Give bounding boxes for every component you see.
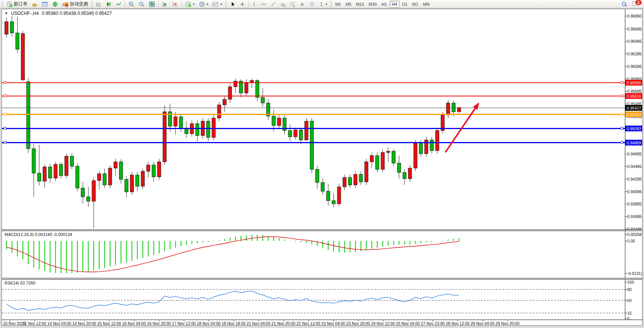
candle-down — [119, 162, 123, 179]
horizontal-line-tool-button[interactable] — [259, 0, 268, 8]
zoom-out-icon — [138, 1, 145, 7]
price-tick-label: 0.96685 — [627, 27, 642, 31]
cursor-tool-button[interactable] — [228, 0, 238, 8]
candle-down — [272, 116, 275, 126]
candle-up — [343, 178, 346, 187]
text-label-tool-button[interactable]: T — [307, 0, 317, 8]
candle-up — [223, 99, 226, 105]
notification-badge: 1 — [635, 0, 642, 5]
candle-up — [228, 87, 232, 99]
candle-up — [130, 175, 133, 192]
candle-down — [152, 165, 156, 177]
fibonacci-tool-button[interactable]: F — [288, 0, 298, 8]
rsi-tick-label: 15 — [627, 311, 632, 315]
candle-down — [321, 183, 324, 191]
rsi-pane[interactable]: RSI(14) 63.7260 1008050150 — [2, 279, 642, 320]
timeframe-h1-button[interactable]: H1 — [380, 1, 389, 7]
horizontal-line-icon — [260, 1, 267, 7]
candle-down — [359, 175, 363, 182]
candle-up — [250, 81, 254, 82]
community-chat-button[interactable]: 1 — [632, 1, 641, 8]
new-chart-button[interactable] — [40, 0, 50, 8]
tile-windows-button[interactable] — [147, 0, 157, 8]
candlestick-icon — [106, 1, 112, 7]
timeframe-d1-button[interactable]: D1 — [400, 1, 410, 7]
crosshair-tool-button[interactable] — [238, 0, 247, 8]
arrows-tool-button[interactable]: ▾ — [317, 0, 329, 8]
candle-down — [75, 166, 79, 188]
price-label-text: 0.95093 — [627, 126, 641, 131]
bar-chart-mode-button[interactable] — [94, 0, 104, 8]
channel-tool-button[interactable]: E — [278, 0, 288, 8]
price-pane[interactable]: ▼ USDCHF-,H4 0.95360 0.95438 0.95345 0.9… — [2, 9, 642, 230]
periods-button[interactable]: ▾ — [197, 0, 210, 8]
trendline-icon — [270, 1, 276, 7]
timeframe-w1-button[interactable]: W1 — [410, 1, 421, 7]
candle-up — [365, 162, 368, 182]
candle-up — [305, 121, 308, 140]
time-axis-label: 14 Nov 20:00 — [72, 321, 96, 326]
price-label-text: 0.95323 — [627, 112, 641, 117]
auto-scroll-button[interactable] — [160, 0, 170, 8]
price-tick-label: 0.96485 — [627, 39, 642, 44]
candle-down — [288, 131, 292, 137]
rsi-tick-label: 50 — [627, 298, 632, 303]
time-axis-label: 18 Nov 04:00 — [197, 321, 220, 326]
timeframe-m5-button[interactable]: M5 — [344, 1, 353, 7]
candle-up — [92, 181, 95, 201]
line-chart-mode-button[interactable] — [114, 0, 124, 8]
timeframe-h4-button[interactable]: H4 — [390, 1, 400, 8]
zoom-out-button[interactable] — [137, 0, 147, 8]
candle-down — [37, 173, 41, 181]
auto-trading-button[interactable]: 自动交易 — [60, 0, 90, 8]
timeframe-m30-button[interactable]: M30 — [367, 1, 379, 7]
zoom-in-button[interactable] — [126, 0, 137, 8]
price-chart-canvas[interactable]: 0.968900.966850.964850.962850.960850.958… — [2, 9, 642, 229]
price-label-text: 0.95427 — [627, 106, 641, 110]
chart-shift-icon — [172, 1, 178, 7]
chevron-down-icon: ▾ — [207, 2, 209, 6]
collapse-triangle-icon[interactable]: ▼ — [5, 11, 8, 15]
profiles-button[interactable] — [29, 0, 40, 8]
new-order-button[interactable]: 新订单 — [5, 0, 29, 8]
search-button[interactable] — [619, 0, 630, 8]
candle-up — [108, 168, 112, 185]
svg-text:A: A — [301, 2, 304, 6]
timeframe-m1-button[interactable]: M1 — [333, 1, 343, 7]
macd-tick-label: -0.013133 — [627, 271, 642, 276]
candle-up — [278, 118, 281, 126]
macd-pane[interactable]: MACD(12,26,9) 0.001140 -0.000134 0.00258… — [2, 231, 642, 278]
candle-down — [348, 178, 352, 185]
candle-down — [299, 130, 303, 140]
cursor-icon — [230, 1, 236, 7]
rsi-canvas[interactable]: 1008050150 — [2, 280, 642, 320]
indicators-button[interactable]: ▾ — [183, 0, 197, 8]
line-handle — [4, 113, 6, 115]
rsi-tick-label: 80 — [627, 287, 632, 292]
crosshair-icon — [239, 1, 245, 7]
tile-windows-icon — [149, 1, 155, 7]
macd-tick-label: 0.002587 — [627, 232, 642, 237]
rsi-line — [6, 291, 459, 310]
time-axis[interactable]: 10 Nov 202211 Nov 12:0014 Nov 04:0014 No… — [2, 320, 642, 325]
candle-up — [5, 22, 8, 34]
line-handle — [621, 127, 623, 129]
macd-canvas[interactable]: 0.0025870.00-0.013133 — [2, 231, 642, 278]
timeframe-m15-button[interactable]: M15 — [354, 1, 366, 7]
time-axis-label: 21 Nov 04:00 — [247, 321, 270, 326]
candle-down — [81, 188, 85, 197]
price-tick-label: 0.94285 — [627, 177, 642, 181]
timeframe-mn-button[interactable]: MN — [421, 1, 431, 7]
arrows-icon — [319, 1, 324, 7]
profiles-icon — [31, 1, 38, 7]
candlestick-mode-button[interactable] — [104, 0, 114, 8]
trendline-tool-button[interactable] — [268, 0, 278, 8]
vertical-line-tool-button[interactable] — [250, 0, 259, 8]
chart-shift-button[interactable] — [170, 0, 180, 8]
connection-button[interactable] — [50, 0, 60, 8]
text-tool-button[interactable]: A — [298, 0, 307, 8]
candle-down — [136, 175, 139, 186]
annotation-arrow-head — [473, 102, 479, 110]
line-handle — [621, 95, 623, 97]
templates-button[interactable]: ▾ — [210, 0, 224, 8]
